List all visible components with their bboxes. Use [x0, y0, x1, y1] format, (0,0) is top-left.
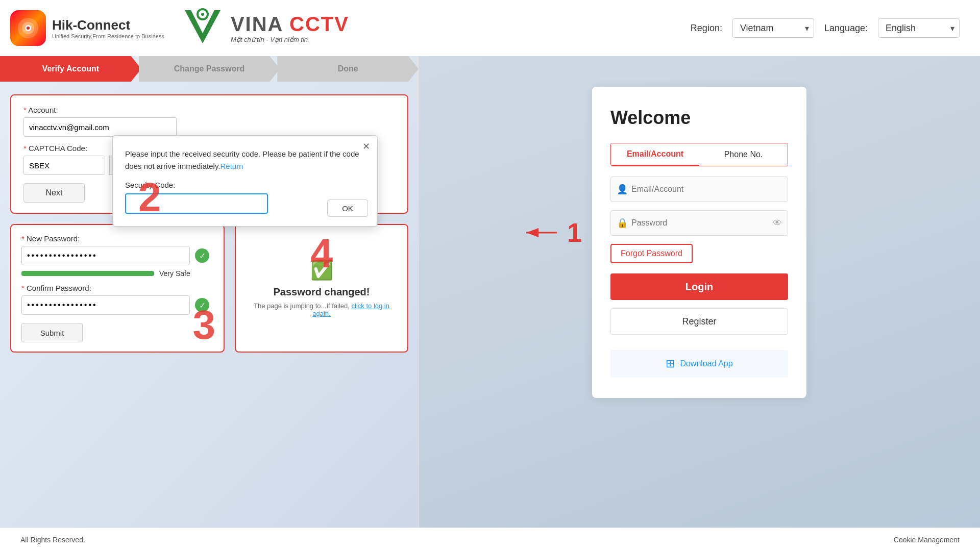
annotation-1-group: 1: [521, 219, 582, 246]
dialog-ok-button[interactable]: OK: [327, 199, 368, 217]
svg-point-6: [201, 13, 204, 16]
vina-cctv-title: VINA CCTV: [231, 13, 349, 36]
step-done: Done: [277, 56, 419, 82]
dialog-close-button[interactable]: ✕: [362, 141, 370, 152]
footer-cookie[interactable]: Cookie Management: [894, 536, 960, 544]
tab-phone[interactable]: Phone No.: [699, 143, 788, 166]
right-panel: Welcome Email/Account Phone No. 👤 🔒 👁 Fo…: [419, 56, 980, 551]
toggle-password-icon[interactable]: 👁: [773, 218, 782, 229]
forgot-password-button[interactable]: Forgot Password: [610, 244, 693, 263]
email-input-wrap: 👤: [610, 177, 788, 202]
lock-icon: 🔒: [617, 217, 628, 229]
step-3-number: 3: [193, 302, 216, 348]
person-icon: 👤: [617, 184, 628, 195]
dialog-message: Please input the received security code.…: [125, 148, 365, 172]
language-select[interactable]: English Tiếng Việt 中文: [878, 18, 960, 38]
step-2-number: 2: [138, 174, 161, 221]
annotation-arrow: [521, 222, 562, 243]
hik-connect-title: Hik-Connect: [52, 17, 164, 33]
qr-icon: ⊞: [666, 357, 675, 370]
changed-subtitle: The page is jumping to...If failed, clic…: [246, 302, 397, 317]
login-tab-row: Email/Account Phone No.: [610, 143, 788, 166]
tab-email-account[interactable]: Email/Account: [611, 143, 699, 166]
footer-rights: All Rights Reserved.: [20, 536, 85, 544]
dialog-backdrop: ✕ Please input the received security cod…: [0, 84, 419, 268]
step-change-password: Change Password: [139, 56, 280, 82]
strength-bar: [21, 271, 154, 276]
header-left: Hik-Connect Unified Security,From Reside…: [0, 0, 419, 56]
password-input[interactable]: [610, 210, 788, 236]
login-button[interactable]: Login: [610, 273, 788, 300]
region-select[interactable]: Vietnam Global China: [732, 18, 814, 38]
language-select-wrap[interactable]: English Tiếng Việt 中文: [878, 18, 960, 38]
welcome-title: Welcome: [610, 107, 788, 129]
region-select-wrap[interactable]: Vietnam Global China: [732, 18, 814, 38]
submit-button[interactable]: Submit: [21, 323, 83, 342]
confirm-password-input[interactable]: [21, 295, 190, 315]
step-verify-account: Verify Account: [0, 56, 141, 82]
steps-bar: Verify Account Change Password Done: [0, 56, 419, 82]
hik-connect-subtitle: Unified Security,From Residence to Busin…: [52, 33, 164, 39]
hik-logo-icon: [10, 10, 46, 46]
login-card: Welcome Email/Account Phone No. 👤 🔒 👁 Fo…: [592, 87, 806, 398]
svg-point-3: [27, 27, 30, 30]
footer: All Rights Reserved. Cookie Management: [0, 528, 980, 551]
security-code-label: Security Code:: [125, 181, 365, 189]
hik-connect-branding: Hik-Connect Unified Security,From Reside…: [52, 17, 164, 39]
strength-label: Very Safe: [159, 269, 190, 278]
download-app-section[interactable]: ⊞ Download App: [610, 350, 788, 378]
security-code-dialog: ✕ Please input the received security cod…: [112, 135, 378, 227]
changed-title: Password changed!: [274, 286, 370, 298]
email-account-input[interactable]: [610, 177, 788, 202]
password-input-wrap: 🔒 👁: [610, 210, 788, 236]
confirm-password-label: Confirm Password:: [21, 284, 213, 292]
header-right: Region: Vietnam Global China Language: E…: [419, 0, 980, 56]
vina-slogan: Một chữ tín - Vạn niềm tin: [231, 36, 349, 43]
download-app-label: Download App: [680, 359, 732, 368]
return-link[interactable]: Return: [220, 162, 243, 170]
vina-cctv-logo: VINA CCTV Một chữ tín - Vạn niềm tin: [180, 5, 349, 51]
language-label: Language:: [824, 23, 868, 34]
region-label: Region:: [691, 23, 722, 34]
annotation-number-1: 1: [567, 219, 582, 246]
register-button[interactable]: Register: [610, 308, 788, 335]
